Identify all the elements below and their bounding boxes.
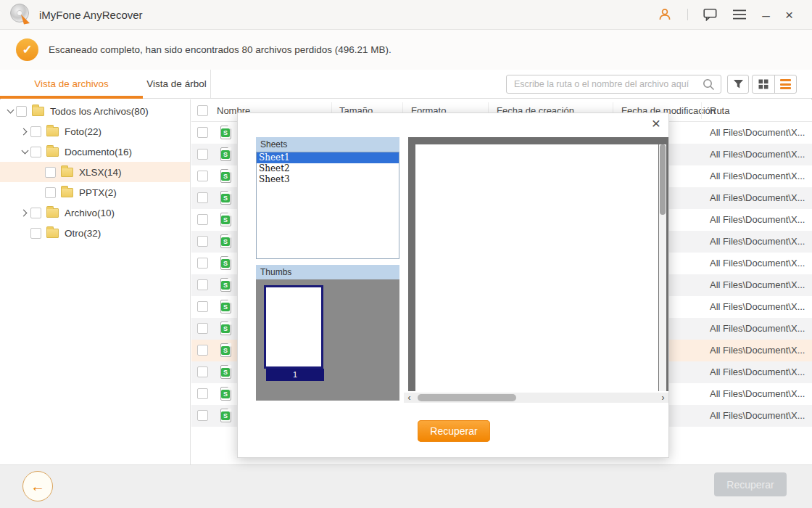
- row-checkbox[interactable]: [197, 366, 208, 377]
- tree-item-label: PPTX(2): [79, 187, 117, 198]
- horizontal-scrollbar-thumb[interactable]: [418, 394, 516, 401]
- row-ruta-value: All Files\Document\X...: [710, 149, 805, 160]
- list-view-button[interactable]: [774, 75, 797, 93]
- folder-icon: [61, 168, 73, 177]
- toolbar: Vista de archivosVista de árbol: [0, 70, 812, 99]
- sidebar-tree-item[interactable]: PPTX(2): [0, 182, 190, 202]
- row-checkbox[interactable]: [197, 214, 208, 225]
- sidebar-tree-item[interactable]: Foto(22): [0, 121, 190, 142]
- scroll-right-icon[interactable]: ›: [658, 393, 668, 403]
- xlsx-badge: S: [221, 216, 230, 224]
- tab-tree-view[interactable]: Vista de árbol: [143, 70, 210, 98]
- filter-funnel-icon: [733, 79, 744, 89]
- search-icon[interactable]: [703, 78, 715, 91]
- xlsx-file-icon: S: [220, 321, 231, 335]
- tree-item-label: Todos los Archivos(80): [50, 106, 149, 117]
- tree-item-label: Otro(32): [65, 228, 101, 239]
- tree-expand-icon[interactable]: [19, 227, 30, 239]
- row-checkbox[interactable]: [197, 236, 208, 247]
- titlebar-divider: [687, 9, 688, 20]
- back-button[interactable]: ←: [22, 471, 53, 501]
- xlsx-badge: S: [221, 324, 230, 333]
- filter-button[interactable]: [727, 75, 749, 94]
- xlsx-file-icon: S: [220, 343, 231, 357]
- row-ruta-value: All Files\Document\X...: [710, 388, 805, 399]
- recover-button-disabled[interactable]: Recuperar: [714, 472, 787, 496]
- minimize-button[interactable]: –: [762, 8, 770, 22]
- horizontal-scrollbar-track[interactable]: [415, 393, 658, 403]
- sheet-list-item[interactable]: Sheet1: [257, 152, 399, 163]
- document-preview-pane: [408, 137, 668, 391]
- window-close-button[interactable]: ×: [785, 8, 793, 22]
- menu-icon[interactable]: [732, 9, 747, 20]
- tree-expand-icon[interactable]: [19, 146, 30, 157]
- xlsx-file-icon: S: [220, 234, 231, 248]
- sidebar-tree-item[interactable]: Archivo(10): [0, 202, 190, 223]
- tree-checkbox[interactable]: [45, 187, 56, 198]
- xlsx-badge: S: [221, 259, 230, 268]
- tree-expand-icon[interactable]: [4, 105, 16, 117]
- xlsx-file-icon: S: [220, 278, 231, 292]
- row-checkbox[interactable]: [197, 258, 208, 269]
- tree-checkbox[interactable]: [30, 228, 41, 239]
- account-icon[interactable]: [658, 7, 672, 22]
- tree-checkbox[interactable]: [30, 147, 41, 157]
- xlsx-file-icon: S: [220, 213, 231, 226]
- row-checkbox[interactable]: [197, 410, 208, 421]
- grid-view-button[interactable]: [753, 75, 774, 93]
- row-checkbox[interactable]: [197, 127, 208, 138]
- select-all-checkbox[interactable]: [197, 105, 208, 116]
- sheet-list-item[interactable]: Sheet3: [257, 174, 399, 185]
- column-header[interactable]: Ruta: [710, 105, 729, 116]
- tree-checkbox[interactable]: [30, 126, 41, 137]
- tree-checkbox[interactable]: [30, 208, 41, 218]
- sidebar-tree-item[interactable]: Otro(32): [0, 223, 190, 243]
- modal-recover-button[interactable]: Recuperar: [418, 420, 490, 442]
- tree-expand-icon[interactable]: [19, 207, 30, 218]
- tree-expand-icon[interactable]: [33, 187, 45, 198]
- view-mode-buttons: [752, 75, 797, 94]
- sidebar-tree-item[interactable]: Todos los Archivos(80): [0, 101, 190, 121]
- row-ruta-value: All Files\Document\X...: [710, 258, 805, 269]
- vertical-scrollbar[interactable]: [659, 144, 666, 391]
- row-checkbox[interactable]: [197, 345, 208, 356]
- xlsx-badge: S: [221, 281, 230, 290]
- tree-checkbox[interactable]: [45, 167, 56, 178]
- xlsx-badge: S: [221, 150, 230, 159]
- thumbs-area: 1: [256, 279, 399, 401]
- row-checkbox[interactable]: [197, 301, 208, 312]
- tab-file-view[interactable]: Vista de archivos: [0, 70, 143, 98]
- row-ruta-value: All Files\Document\X...: [710, 214, 805, 225]
- row-ruta-value: All Files\Document\X...: [710, 127, 805, 138]
- row-checkbox[interactable]: [197, 149, 208, 160]
- xlsx-badge: S: [221, 194, 230, 202]
- grid-view-icon: [758, 79, 768, 89]
- tree-checkbox[interactable]: [16, 106, 27, 117]
- row-checkbox[interactable]: [197, 388, 208, 399]
- row-checkbox[interactable]: [197, 192, 208, 203]
- xlsx-badge: S: [221, 411, 230, 420]
- feedback-chat-icon[interactable]: [703, 8, 717, 21]
- sidebar-tree-item[interactable]: Documento(16): [0, 142, 190, 162]
- scroll-left-icon[interactable]: ‹: [404, 393, 415, 403]
- sheet-list: Sheet1Sheet2Sheet3: [256, 152, 399, 259]
- xlsx-file-icon: S: [220, 365, 231, 379]
- sheet-list-item[interactable]: Sheet2: [257, 163, 399, 174]
- row-checkbox[interactable]: [197, 279, 208, 290]
- modal-close-icon[interactable]: ×: [652, 115, 660, 132]
- row-ruta-value: All Files\Document\X...: [710, 301, 805, 312]
- search-input[interactable]: [507, 79, 703, 89]
- row-checkbox[interactable]: [197, 171, 208, 181]
- xlsx-file-icon: S: [220, 191, 231, 205]
- vertical-scrollbar-thumb[interactable]: [660, 144, 666, 215]
- page-thumbnail[interactable]: [264, 285, 323, 369]
- xlsx-badge: S: [221, 390, 230, 398]
- row-checkbox[interactable]: [197, 323, 208, 334]
- tree-expand-icon[interactable]: [33, 166, 45, 178]
- tree-item-label: Foto(22): [65, 126, 102, 137]
- sidebar-tree-item[interactable]: XLSX(14): [0, 162, 190, 182]
- row-ruta-value: All Files\Document\X...: [710, 323, 805, 334]
- xlsx-file-icon: S: [220, 147, 231, 161]
- scan-result-banner: ✓ Escaneado completo, han sido encontrad…: [0, 30, 812, 70]
- tree-expand-icon[interactable]: [19, 126, 30, 137]
